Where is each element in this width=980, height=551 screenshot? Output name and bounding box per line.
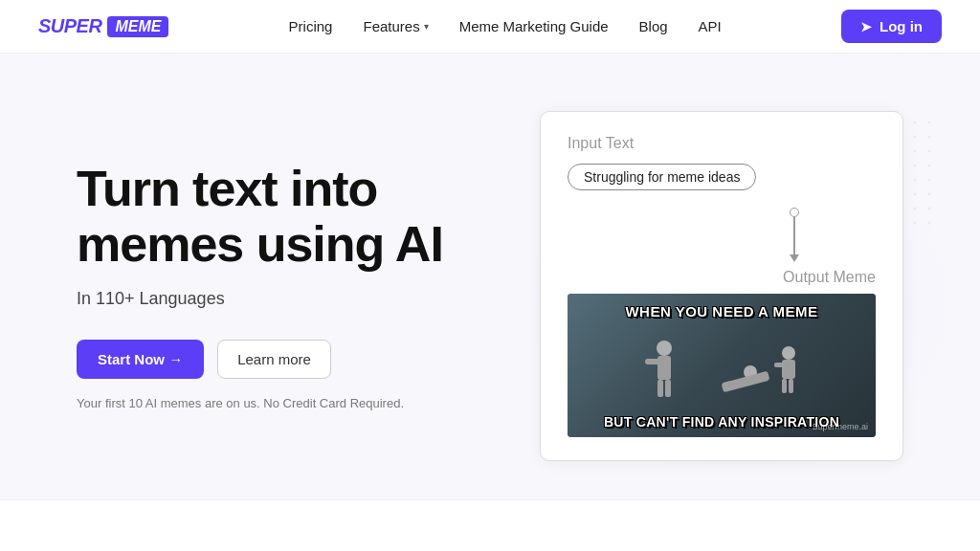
hero-left: Turn text into memes using AI In 110+ La… <box>77 162 479 409</box>
nav-pricing[interactable]: Pricing <box>289 18 333 34</box>
svg-rect-4 <box>645 359 664 364</box>
input-text-label: Input Text <box>568 135 876 152</box>
demo-input-value: Struggling for meme ideas <box>584 169 740 185</box>
nav-links: Pricing Features ▾ Meme Marketing Guide … <box>289 18 722 34</box>
svg-rect-11 <box>774 363 789 367</box>
nav-guide[interactable]: Meme Marketing Guide <box>459 18 609 34</box>
start-now-button[interactable]: Start Now → <box>77 340 204 379</box>
logo-meme: MEME <box>107 16 168 37</box>
svg-point-9 <box>782 346 795 360</box>
hero-title: Turn text into memes using AI <box>77 162 479 271</box>
meme-top-text: WHEN YOU NEED A MEME <box>568 294 876 323</box>
hero-subtitle: In 110+ Languages <box>77 289 479 309</box>
svg-rect-5 <box>657 380 663 397</box>
nav-features-label: Features <box>363 18 419 34</box>
nav-blog[interactable]: Blog <box>639 18 668 34</box>
hero-note: Your first 10 AI memes are on us. No Cre… <box>77 396 479 410</box>
nav-features[interactable]: Features ▾ <box>363 18 428 34</box>
navbar: SUPER MEME Pricing Features ▾ Meme Marke… <box>0 0 980 54</box>
svg-point-2 <box>657 341 672 356</box>
hero-section: Turn text into memes using AI In 110+ La… <box>0 54 980 499</box>
chevron-down-icon: ▾ <box>424 21 429 32</box>
output-meme-label: Output Meme <box>568 269 876 286</box>
meme-middle-area <box>568 323 876 410</box>
demo-input-pill: Struggling for meme ideas <box>568 164 756 190</box>
send-icon: ➤ <box>860 19 872 34</box>
login-label: Log in <box>880 18 923 34</box>
learn-more-button[interactable]: Learn more <box>217 340 331 379</box>
meme-watermark: Supermeme.ai <box>812 422 868 431</box>
logo[interactable]: SUPER MEME <box>38 15 168 37</box>
svg-rect-6 <box>665 380 671 397</box>
svg-rect-12 <box>782 379 787 393</box>
login-button[interactable]: ➤ Log in <box>841 10 942 43</box>
svg-rect-13 <box>789 379 793 393</box>
nav-api[interactable]: API <box>699 18 722 34</box>
bottom-section: Try our AI powered meme template search … <box>0 499 980 551</box>
meme-figures <box>626 334 817 401</box>
logo-super: SUPER <box>38 15 101 37</box>
hero-buttons: Start Now → Learn more <box>77 340 479 379</box>
meme-image: WHEN YOU NEED A MEME <box>568 294 876 437</box>
nav-right: ➤ Log in <box>841 10 942 43</box>
demo-card: Input Text Struggling for meme ideas Out… <box>540 111 903 461</box>
